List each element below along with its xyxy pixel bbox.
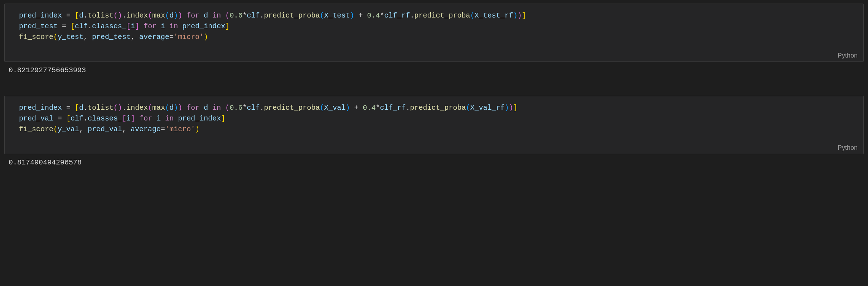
token-punc (178, 22, 182, 30)
token-punc (221, 104, 225, 112)
token-punc (208, 11, 212, 20)
token-punc: + (350, 104, 363, 112)
token-func: index (126, 11, 148, 20)
token-punc: . (83, 104, 88, 112)
token-bracket: [ (126, 22, 131, 30)
token-punc: , (83, 33, 92, 41)
token-number: 0.4 (367, 11, 380, 20)
token-string: 'micro' (165, 125, 195, 133)
token-keyword: in (169, 22, 178, 30)
token-keyword: in (165, 114, 174, 123)
token-punc: . (122, 11, 126, 20)
token-func: tolist (88, 11, 113, 20)
token-var: pred_test (92, 33, 131, 41)
token-keyword: for (186, 104, 199, 112)
token-bracket: [ (66, 114, 71, 123)
token-var: d (169, 11, 174, 20)
token-punc: * (380, 11, 384, 20)
token-punc: * (376, 104, 380, 112)
token-punc: = (62, 104, 75, 112)
token-keyword: in (212, 104, 221, 112)
token-keyword: for (186, 11, 199, 20)
token-punc (156, 22, 161, 30)
token-var: clf_rf (384, 11, 410, 20)
token-number: 0.6 (229, 104, 242, 112)
notebook-cell: pred_index = [d.tolist().index(max(d)) f… (4, 4, 864, 80)
code-cell[interactable]: pred_index = [d.tolist().index(max(d)) f… (4, 96, 864, 154)
token-punc: . (83, 11, 88, 20)
token-bracket: ( (320, 104, 324, 112)
token-punc (174, 114, 178, 123)
token-var: i (161, 22, 165, 30)
token-var: classes_ (88, 114, 122, 123)
token-var: average (131, 125, 161, 133)
token-bracket: [ (122, 114, 126, 123)
token-var: pred_index (182, 22, 225, 30)
token-bracket: [ (75, 11, 79, 20)
token-var: classes_ (92, 22, 126, 30)
token-bracket: () (113, 104, 122, 112)
token-punc: * (242, 11, 247, 20)
token-bracket: ( (225, 104, 229, 112)
token-func: f1_score (19, 33, 53, 41)
token-punc: , (131, 33, 139, 41)
token-func: f1_score (19, 125, 53, 133)
token-punc (208, 104, 212, 112)
code-content[interactable]: pred_index = [d.tolist().index(max(d)) f… (5, 10, 863, 49)
token-func: predict_proba (264, 104, 320, 112)
token-bracket: ) (509, 104, 513, 112)
token-var: pred_index (19, 104, 62, 112)
code-cell[interactable]: pred_index = [d.tolist().index(max(d)) f… (4, 4, 864, 62)
token-var: i (156, 114, 161, 123)
token-punc: . (83, 114, 88, 123)
token-var: d (169, 104, 174, 112)
token-punc (165, 22, 169, 30)
token-var: average (139, 33, 169, 41)
token-keyword: for (144, 22, 156, 30)
token-keyword: for (139, 114, 152, 123)
token-var: clf (247, 11, 260, 20)
token-var: d (79, 11, 83, 20)
token-bracket: ] (221, 114, 225, 123)
token-bracket: ) (513, 11, 518, 20)
token-var: pred_index (19, 11, 62, 20)
token-func: predict_proba (264, 11, 320, 20)
token-func: max (152, 11, 165, 20)
token-punc: , (122, 125, 131, 133)
token-var: pred_val (88, 125, 122, 133)
token-var: d (204, 104, 208, 112)
token-punc: . (260, 104, 264, 112)
token-punc (182, 11, 186, 20)
token-punc (139, 22, 144, 30)
token-punc: = (62, 11, 75, 20)
token-bracket: ) (505, 104, 509, 112)
token-var: y_test (58, 33, 83, 41)
language-label[interactable]: Python (5, 141, 863, 154)
token-punc (152, 114, 156, 123)
token-bracket: () (113, 11, 122, 20)
token-punc: = (161, 125, 165, 133)
token-var: X_val (324, 104, 345, 112)
token-punc (182, 104, 186, 112)
token-var: pred_val (19, 114, 53, 123)
token-bracket: ) (346, 104, 350, 112)
token-punc: . (88, 22, 92, 30)
token-bracket: ) (195, 125, 199, 133)
token-var: pred_test (19, 22, 58, 30)
token-var: clf (71, 114, 83, 123)
token-func: max (152, 104, 165, 112)
token-bracket: ) (178, 104, 182, 112)
token-bracket: ) (204, 33, 208, 41)
token-bracket: ( (165, 104, 169, 112)
token-func: tolist (88, 104, 113, 112)
language-label[interactable]: Python (5, 49, 863, 61)
token-bracket: ( (53, 33, 58, 41)
token-bracket: ) (518, 11, 522, 20)
token-bracket: ( (148, 11, 152, 20)
token-number: 0.6 (229, 11, 242, 20)
token-bracket: ] (135, 22, 139, 30)
code-content[interactable]: pred_index = [d.tolist().index(max(d)) f… (5, 103, 863, 141)
token-bracket: ] (225, 22, 229, 30)
token-bracket: ) (178, 11, 182, 20)
token-var: y_val (58, 125, 79, 133)
